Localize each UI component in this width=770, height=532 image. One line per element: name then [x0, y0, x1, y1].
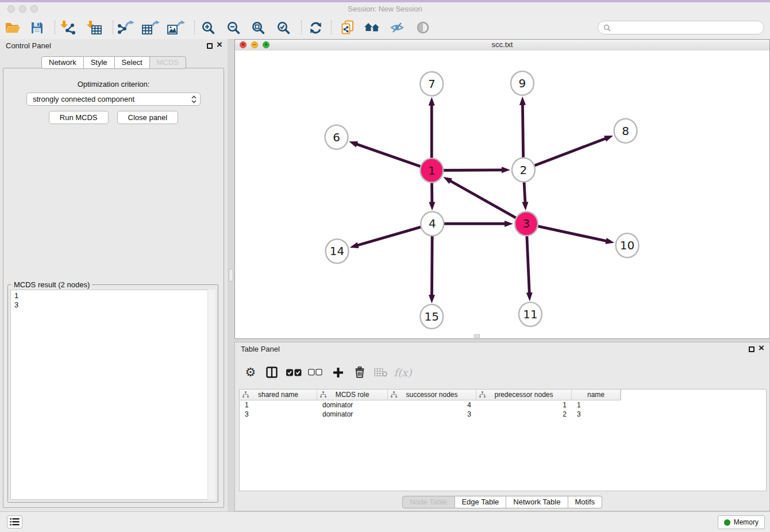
mcds-result-title: MCDS result (2 nodes)	[11, 280, 92, 289]
open-session-button[interactable]	[3, 19, 22, 36]
deselect-all-columns-button[interactable]	[306, 363, 324, 381]
close-table-panel-icon[interactable]: ×	[759, 342, 764, 354]
column-header-mcds-role[interactable]: MCDS role	[317, 390, 388, 400]
graph-edge-3-1[interactable]	[443, 177, 526, 224]
import-network-button[interactable]	[58, 19, 78, 36]
minimize-window-button[interactable]	[19, 5, 26, 13]
network-canvas[interactable]: 7968124314101511	[235, 51, 769, 338]
task-history-button[interactable]	[7, 515, 22, 529]
delete-column-button[interactable]	[351, 363, 369, 381]
tab-style[interactable]: Style	[84, 56, 115, 69]
export-table-button[interactable]	[141, 19, 160, 36]
graph-node-11[interactable]: 11	[519, 302, 542, 326]
show-graphics-details-button[interactable]	[413, 19, 433, 36]
zoom-in-button[interactable]	[198, 19, 218, 36]
graph-node-8[interactable]: 8	[614, 119, 637, 143]
function-builder-button[interactable]: f(x)	[394, 363, 412, 381]
minimize-view-button[interactable]: −	[251, 41, 258, 48]
panel-splitter-handle[interactable]	[229, 269, 233, 282]
window-title: Session: New Session	[0, 2, 770, 16]
close-panel-icon[interactable]: ×	[217, 39, 222, 51]
zoom-selected-icon	[276, 21, 290, 34]
clone-network-button[interactable]	[338, 19, 358, 36]
export-image-button[interactable]	[166, 19, 186, 36]
graph-node-10[interactable]: 10	[616, 233, 639, 257]
table-cell-shared-name: 1	[240, 400, 317, 410]
graph-node-3[interactable]: 3	[515, 211, 538, 236]
save-session-button[interactable]	[27, 19, 47, 36]
column-header-predecessor-nodes[interactable]: predecessor nodes	[476, 390, 572, 400]
mcds-panel: Optimization criterion: strongly connect…	[3, 68, 224, 508]
graph-node-4[interactable]: 4	[421, 211, 444, 236]
show-columns-button[interactable]	[263, 363, 281, 381]
tab-mcds[interactable]: MCDS	[150, 56, 186, 69]
tab-select[interactable]: Select	[115, 56, 150, 69]
graph-node-label: 9	[519, 76, 526, 90]
run-mcds-button[interactable]: Run MCDS	[49, 111, 109, 124]
toolbar-separator	[113, 21, 113, 34]
table-header-row: shared nameMCDS rolesuccessor nodesprede…	[240, 390, 621, 400]
tab-network[interactable]: Network	[41, 56, 84, 69]
float-panel-icon[interactable]	[207, 43, 213, 49]
search-field[interactable]	[598, 21, 764, 34]
zoom-out-icon	[226, 21, 240, 34]
column-header-successor-nodes[interactable]: successor nodes	[388, 390, 476, 400]
fx-icon: f(x)	[394, 367, 412, 379]
table-row[interactable]: 1dominator411	[240, 400, 766, 410]
export-network-icon	[117, 20, 134, 35]
search-icon	[603, 24, 611, 32]
table-tab-edge-table[interactable]: Edge Table	[455, 496, 506, 508]
import-table-button[interactable]	[84, 19, 104, 36]
graph-edge-4-14[interactable]	[350, 223, 433, 248]
graph-node-15[interactable]: 15	[420, 304, 443, 329]
eye-slash-icon	[390, 21, 405, 34]
maximize-view-button[interactable]: +	[263, 41, 270, 48]
graph-edge-2-8[interactable]	[523, 136, 613, 170]
optimization-criterion-select[interactable]: strongly connected component	[26, 92, 201, 106]
close-window-button[interactable]	[7, 5, 15, 13]
result-scrollbar[interactable]	[207, 290, 215, 500]
zoom-selected-button[interactable]	[274, 19, 293, 36]
first-neighbors-button[interactable]	[363, 19, 382, 36]
task-list-icon	[10, 518, 20, 526]
uncheck-all-icon	[308, 369, 322, 376]
refresh-button[interactable]	[306, 19, 325, 36]
refresh-icon	[309, 21, 323, 35]
export-network-button[interactable]	[116, 19, 135, 36]
select-all-columns-button[interactable]	[284, 363, 303, 381]
close-view-button[interactable]: ×	[240, 41, 247, 48]
graph-edge-1-6[interactable]	[349, 141, 432, 171]
zoom-fit-button[interactable]	[248, 19, 268, 36]
table-cell-successor-nodes: 3	[388, 410, 476, 419]
graph-node-6[interactable]: 6	[325, 125, 348, 149]
import-table-icon	[86, 20, 102, 35]
delete-table-button[interactable]	[372, 363, 390, 381]
graph-node-1[interactable]: 1	[420, 159, 443, 183]
search-input[interactable]	[614, 23, 759, 33]
float-table-panel-icon[interactable]	[749, 346, 754, 352]
table-tab-network-table[interactable]: Network Table	[506, 496, 568, 508]
table-row[interactable]: 3dominator323	[240, 410, 766, 419]
import-network-icon	[60, 20, 76, 35]
application-window: Session: New Session	[0, 0, 770, 532]
clone-network-icon	[341, 20, 356, 35]
graph-node-2[interactable]: 2	[512, 158, 535, 182]
table-tab-node-table[interactable]: Node Table	[402, 496, 455, 508]
mcds-result-text[interactable]: 1 3	[10, 290, 215, 500]
graph-node-7[interactable]: 7	[420, 72, 443, 96]
zoom-out-button[interactable]	[224, 19, 243, 36]
graph-edge-3-10[interactable]	[526, 223, 614, 244]
column-header-name[interactable]: name	[572, 390, 621, 400]
zoom-window-button[interactable]	[30, 5, 38, 13]
graph-node-9[interactable]: 9	[511, 71, 534, 95]
create-column-button[interactable]	[329, 363, 347, 381]
table-tab-motifs[interactable]: Motifs	[568, 496, 602, 508]
column-type-icon	[320, 391, 326, 398]
table-settings-button[interactable]: ⚙	[241, 363, 260, 381]
column-header-shared-name[interactable]: shared name	[240, 390, 317, 400]
close-panel-button[interactable]: Close panel	[117, 111, 179, 124]
canvas-splitter-handle[interactable]	[474, 334, 480, 338]
hide-selected-button[interactable]	[387, 19, 407, 36]
graph-node-14[interactable]: 14	[326, 239, 349, 263]
memory-button[interactable]: Memory	[718, 515, 765, 529]
